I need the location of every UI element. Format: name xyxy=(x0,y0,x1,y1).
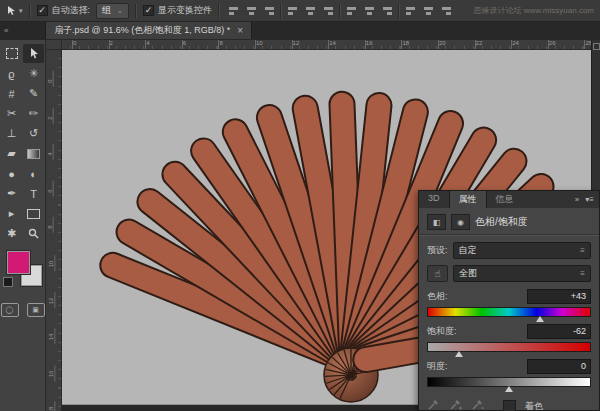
tools-panel: ϱ✳#✎✂✏⊥↺▰●◐✒T▸✱ ◯ ▣ xyxy=(0,40,46,411)
distribute-vertical-centers-icon[interactable] xyxy=(362,4,377,17)
align-buttons-group xyxy=(226,4,454,18)
type-tool-icon[interactable]: T xyxy=(23,184,44,203)
align-right-edges-icon[interactable] xyxy=(321,4,336,17)
document-tab[interactable]: 扇子.psd @ 91.6% (色相/饱和度 1, RGB/8) * × xyxy=(45,22,252,39)
auto-select-target-dropdown[interactable]: 组 ⌄ xyxy=(96,3,129,19)
lasso-tool-icon[interactable]: ϱ xyxy=(1,64,22,83)
gradient-tool-icon[interactable] xyxy=(23,144,44,163)
ruler-label: 26 xyxy=(549,40,556,46)
auto-select-target-value: 组 xyxy=(102,4,111,17)
ruler-corner xyxy=(46,40,62,50)
adjustment-header: ◧ ◉ 色相/饱和度 xyxy=(427,214,591,230)
brush-tool-icon[interactable]: ✏ xyxy=(23,104,44,123)
zoom-tool-icon[interactable] xyxy=(23,224,44,243)
vertical-ruler[interactable]: 024681012141618 xyxy=(46,50,62,411)
rectangle-tool-icon[interactable] xyxy=(23,204,44,223)
panel-menu-icon[interactable]: ▾≡ xyxy=(585,195,594,204)
subtract-eyedropper-icon[interactable] xyxy=(471,397,484,411)
rectangular-marquee-tool-icon[interactable] xyxy=(1,44,22,63)
quick-mask-icon[interactable]: ◯ xyxy=(1,303,19,317)
tool-preset-caret[interactable]: ▾ xyxy=(19,7,23,15)
align-left-edges-icon[interactable] xyxy=(285,4,300,17)
pen-tool-icon[interactable]: ✒ xyxy=(1,184,22,203)
eyedropper-tool-icon[interactable]: ✎ xyxy=(23,84,44,103)
align-bottom-edges-icon[interactable] xyxy=(262,4,277,17)
document-tab-bar: « 扇子.psd @ 91.6% (色相/饱和度 1, RGB/8) * × xyxy=(0,22,600,41)
distribute-right-edges-icon[interactable] xyxy=(439,4,454,17)
distribute-left-edges-icon[interactable] xyxy=(403,4,418,17)
move-tool-icon[interactable]: ▾ xyxy=(6,5,23,16)
lightness-slider-thumb[interactable] xyxy=(505,386,513,392)
ruler-label: 0 xyxy=(73,40,76,46)
align-top-edges-icon[interactable] xyxy=(226,4,241,17)
checkbox-checked-icon[interactable]: ✓ xyxy=(37,5,48,16)
colorize-label: 着色 xyxy=(525,400,543,411)
foreground-color-swatch[interactable] xyxy=(7,251,30,274)
channel-dropdown[interactable]: 全图 ≡ xyxy=(453,265,591,282)
add-eyedropper-icon[interactable] xyxy=(449,397,462,411)
panel-collapse-icon[interactable]: » xyxy=(575,195,579,204)
separator xyxy=(29,4,31,18)
hue-slider-thumb[interactable] xyxy=(536,316,544,322)
blur-tool-icon[interactable]: ● xyxy=(1,164,22,183)
separator xyxy=(280,4,282,18)
dropdown-lines-icon: ≡ xyxy=(580,246,585,255)
magic-wand-tool-icon[interactable]: ✳ xyxy=(23,64,44,83)
ruler-label: 12 xyxy=(293,40,300,46)
eyedropper-icon[interactable] xyxy=(427,397,440,411)
eraser-tool-icon[interactable]: ▰ xyxy=(1,144,22,163)
dodge-tool-icon[interactable]: ◐ xyxy=(23,164,44,183)
distribute-bottom-edges-icon[interactable] xyxy=(380,4,395,17)
tab-properties[interactable]: 属性 xyxy=(449,191,487,208)
color-swatches xyxy=(3,251,43,293)
ruler-label: 10 xyxy=(48,261,54,268)
align-vertical-centers-icon[interactable] xyxy=(244,4,259,17)
tools-panel-collapse-icon[interactable]: « xyxy=(4,26,8,35)
ruler-label: 20 xyxy=(439,40,446,46)
lightness-value[interactable]: 0 xyxy=(527,359,591,374)
lightness-slider[interactable] xyxy=(427,377,591,387)
tab-info[interactable]: 信息 xyxy=(487,191,523,208)
properties-panel: 3D 属性 信息 » ▾≡ ◧ ◉ 色相/饱和度 预设: 自定 ≡ ☝ 全图 ≡ xyxy=(418,190,600,411)
history-brush-tool-icon[interactable]: ↺ xyxy=(23,124,44,143)
hand-tool-icon[interactable]: ✱ xyxy=(1,224,22,243)
crop-tool-icon[interactable]: # xyxy=(1,84,22,103)
auto-select-checkbox[interactable]: ✓ 自动选择: xyxy=(37,4,91,17)
checkbox-checked-icon[interactable]: ✓ xyxy=(143,5,154,16)
healing-brush-tool-icon[interactable]: ✂ xyxy=(1,104,22,123)
ruler-label: 12 xyxy=(48,297,54,304)
options-bar: ▾ ✓ 自动选择: 组 ⌄ ✓ 显示变换控件 思缘设计论坛 www.missyu… xyxy=(0,0,600,22)
saturation-slider-thumb[interactable] xyxy=(455,351,463,357)
clip-to-layer-icon[interactable]: ◉ xyxy=(451,214,470,230)
saturation-label: 饱和度: xyxy=(427,325,457,338)
show-transform-label: 显示变换控件 xyxy=(158,4,212,17)
screen-mode-icon[interactable]: ▣ xyxy=(27,303,45,317)
ruler-label: 2 xyxy=(47,116,53,119)
tab-3d[interactable]: 3D xyxy=(419,191,449,208)
chevron-down-icon: ⌄ xyxy=(117,7,123,15)
show-transform-checkbox[interactable]: ✓ 显示变换控件 xyxy=(143,4,212,17)
default-colors-icon[interactable] xyxy=(3,277,13,287)
saturation-value[interactable]: -62 xyxy=(527,324,591,339)
dock-collapse-icon[interactable] xyxy=(593,43,600,50)
preset-dropdown[interactable]: 自定 ≡ xyxy=(453,242,591,259)
targeted-adjustment-icon[interactable]: ☝ xyxy=(427,265,448,282)
tool-grid: ϱ✳#✎✂✏⊥↺▰●◐✒T▸✱ xyxy=(0,44,45,243)
distribute-horizontal-centers-icon[interactable] xyxy=(421,4,436,17)
ruler-label: 8 xyxy=(47,226,53,229)
path-selection-tool-icon[interactable]: ▸ xyxy=(1,204,22,223)
hue-value[interactable]: +43 xyxy=(527,289,591,304)
ruler-label: 2 xyxy=(110,40,113,46)
adjustment-layer-icon[interactable]: ◧ xyxy=(427,214,446,230)
horizontal-ruler[interactable]: 0246810121416182022242628 xyxy=(62,40,591,50)
align-horizontal-centers-icon[interactable] xyxy=(303,4,318,17)
clone-stamp-tool-icon[interactable]: ⊥ xyxy=(1,124,22,143)
colorize-checkbox[interactable] xyxy=(503,400,516,411)
ruler-label: 18 xyxy=(48,407,54,411)
distribute-top-edges-icon[interactable] xyxy=(344,4,359,17)
saturation-slider[interactable] xyxy=(427,342,591,352)
hue-slider[interactable] xyxy=(427,307,591,317)
close-icon[interactable]: × xyxy=(237,26,243,36)
move-tool-icon[interactable] xyxy=(23,44,44,63)
separator xyxy=(218,4,220,18)
